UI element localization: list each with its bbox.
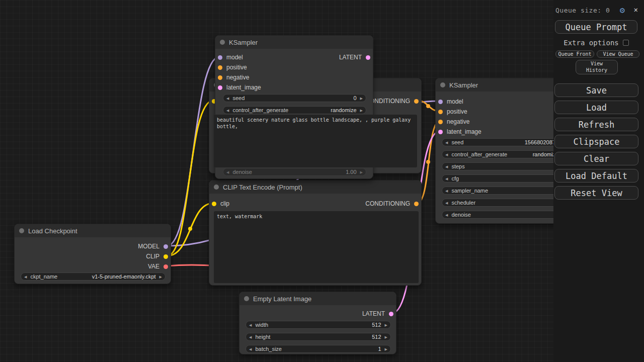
node-title: Load Checkpoint xyxy=(28,227,77,235)
view-queue-button[interactable]: View Queue xyxy=(597,50,639,58)
widget-decrement-icon[interactable]: ◀ xyxy=(445,201,448,205)
queue-size-label: Queue size: 0 xyxy=(555,7,610,14)
node-title-bar[interactable]: KSampler xyxy=(436,78,571,92)
clip-output-port[interactable] xyxy=(164,254,168,259)
node-empty-latent-image[interactable]: Empty Latent Image LATENT ◀ width 512 ▶ … xyxy=(239,292,396,354)
cfg-widget[interactable]: ◀ cfg xyxy=(442,174,566,183)
latent-output-port[interactable] xyxy=(366,55,370,60)
load-button[interactable]: Load xyxy=(554,101,638,114)
latent-output-port[interactable] xyxy=(389,312,393,316)
steps-widget[interactable]: ◀ steps xyxy=(442,162,566,170)
node-title: CLIP Text Encode (Prompt) xyxy=(223,184,302,191)
close-icon[interactable]: ✕ xyxy=(634,6,638,14)
control-after-generate-widget[interactable]: ◀ control_after_generate randomize xyxy=(442,150,566,158)
negative-input-port[interactable] xyxy=(218,75,222,80)
widget-increment-icon[interactable]: ▶ xyxy=(385,335,387,339)
negative-input: negative xyxy=(438,118,469,126)
negative-prompt-textarea[interactable]: text, watermark xyxy=(214,211,419,283)
settings-gear-icon[interactable]: ⚙ xyxy=(620,5,625,15)
widget-decrement-icon[interactable]: ◀ xyxy=(249,323,252,327)
collapse-dot-icon[interactable] xyxy=(220,40,225,45)
conditioning-output: CONDITIONING xyxy=(365,200,419,208)
latent-image-input-port[interactable] xyxy=(438,130,443,134)
positive-input-port[interactable] xyxy=(218,65,222,70)
batch-size-widget[interactable]: ◀ batch_size 1 ▶ xyxy=(246,345,391,353)
widget-decrement-icon[interactable]: ◀ xyxy=(445,177,448,180)
widget-decrement-icon[interactable]: ◀ xyxy=(445,213,448,217)
widget-decrement-icon[interactable]: ◀ xyxy=(445,165,448,168)
widget-decrement-icon[interactable]: ◀ xyxy=(24,275,27,279)
widget-decrement-icon[interactable]: ◀ xyxy=(226,109,229,112)
node-title-bar[interactable]: Load Checkpoint xyxy=(15,224,171,237)
seed-widget[interactable]: ◀ seed 0 ▶ xyxy=(223,94,366,102)
vae-output: VAE xyxy=(148,262,168,270)
collapse-dot-icon[interactable] xyxy=(19,228,24,233)
clear-button[interactable]: Clear xyxy=(554,152,638,165)
queue-prompt-button[interactable]: Queue Prompt xyxy=(555,20,637,34)
node-title: KSampler xyxy=(449,81,478,89)
node-title-bar[interactable]: Empty Latent Image xyxy=(239,292,396,305)
widget-increment-icon[interactable]: ▶ xyxy=(159,275,162,279)
latent-image-input: latent_image xyxy=(218,83,261,92)
positive-input-port[interactable] xyxy=(438,110,443,114)
control-after-generate-widget[interactable]: ◀ control_after_generate randomize ▶ xyxy=(223,106,366,114)
extra-options-checkbox[interactable] xyxy=(623,40,629,46)
node-load-checkpoint[interactable]: Load Checkpoint MODEL CLIP VAE ◀ ckpt_na… xyxy=(14,224,171,284)
refresh-button[interactable]: Refresh xyxy=(554,118,638,131)
load-default-button[interactable]: Load Default xyxy=(554,169,638,183)
collapse-dot-icon[interactable] xyxy=(440,82,445,87)
widget-decrement-icon[interactable]: ◀ xyxy=(445,189,448,193)
widget-decrement-icon[interactable]: ◀ xyxy=(249,335,252,339)
denoise-widget[interactable]: ◀ denoise xyxy=(442,211,566,219)
model-input-port[interactable] xyxy=(438,100,443,104)
seed-widget[interactable]: ◀ seed 15668020871 xyxy=(442,138,566,146)
widget-increment-icon[interactable]: ▶ xyxy=(385,347,387,351)
sampler-name-widget[interactable]: ◀ sampler_name xyxy=(442,187,566,195)
clip-input-port[interactable] xyxy=(212,202,216,206)
widget-increment-icon[interactable]: ▶ xyxy=(360,170,363,174)
denoise-widget[interactable]: ◀ denoise 1.00 ▶ xyxy=(223,168,366,176)
ckpt-name-widget[interactable]: ◀ ckpt_name v1-5-pruned-emaonly.ckpt ▶ xyxy=(21,273,166,281)
vae-output-port[interactable] xyxy=(164,264,168,269)
extra-options-label: Extra options xyxy=(564,39,619,47)
widget-decrement-icon[interactable]: ◀ xyxy=(445,153,448,156)
view-history-button[interactable]: View History xyxy=(576,60,618,74)
widget-decrement-icon[interactable]: ◀ xyxy=(226,97,229,100)
widget-increment-icon[interactable]: ▶ xyxy=(360,109,363,112)
node-title: KSampler xyxy=(229,39,258,46)
latent-image-input: latent_image xyxy=(438,128,481,136)
positive-input: positive xyxy=(438,108,467,116)
clipspace-button[interactable]: Clipspace xyxy=(554,135,638,148)
widget-decrement-icon[interactable]: ◀ xyxy=(249,347,252,351)
model-input: model xyxy=(438,98,463,106)
model-input-port[interactable] xyxy=(218,55,222,60)
node-title: Empty Latent Image xyxy=(253,295,311,303)
queue-front-button[interactable]: Queue Front xyxy=(555,50,594,58)
width-widget[interactable]: ◀ width 512 ▶ xyxy=(246,321,391,329)
clip-output: CLIP xyxy=(146,252,168,260)
model-output: MODEL xyxy=(138,242,168,250)
reset-view-button[interactable]: Reset View xyxy=(554,186,638,200)
node-title-bar[interactable]: KSampler xyxy=(215,36,373,49)
positive-input: positive xyxy=(218,63,247,71)
model-input: model xyxy=(218,53,243,61)
widget-decrement-icon[interactable]: ◀ xyxy=(226,170,229,174)
widget-decrement-icon[interactable]: ◀ xyxy=(445,141,448,144)
collapse-dot-icon[interactable] xyxy=(214,185,219,190)
latent-image-input-port[interactable] xyxy=(218,85,222,90)
scheduler-widget[interactable]: ◀ scheduler xyxy=(442,199,566,207)
node-title-bar[interactable]: CLIP Text Encode (Prompt) xyxy=(209,180,421,194)
model-output-port[interactable] xyxy=(164,244,168,249)
save-button[interactable]: Save xyxy=(554,83,638,97)
conditioning-output: CONDITIONING xyxy=(365,97,419,105)
conditioning-output-port[interactable] xyxy=(414,202,419,206)
positive-prompt-textarea[interactable]: beautiful scenery nature glass bottle la… xyxy=(214,115,417,167)
comfy-menu: Queue size: 0 ⚙ ✕ Queue Prompt Extra opt… xyxy=(553,0,644,362)
widget-increment-icon[interactable]: ▶ xyxy=(360,97,363,100)
collapse-dot-icon[interactable] xyxy=(244,296,249,301)
widget-increment-icon[interactable]: ▶ xyxy=(385,323,387,327)
height-widget[interactable]: ◀ height 512 ▶ xyxy=(246,333,391,341)
negative-input-port[interactable] xyxy=(438,120,443,124)
node-ksampler-right[interactable]: KSampler model positive negative latent_… xyxy=(435,78,571,224)
conditioning-output-port[interactable] xyxy=(414,99,419,104)
